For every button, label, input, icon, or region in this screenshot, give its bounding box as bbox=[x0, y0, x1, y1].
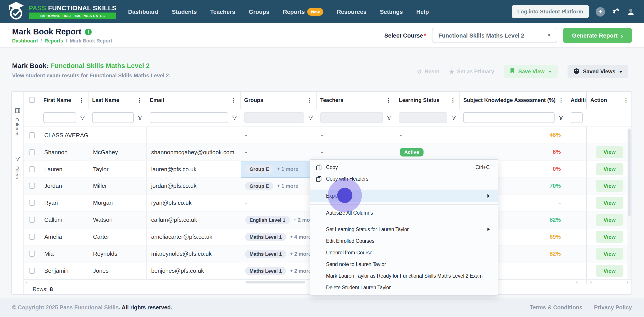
cell-first-name: Callum bbox=[40, 212, 88, 228]
user-profile-icon[interactable] bbox=[626, 8, 635, 16]
nav-item-teachers[interactable]: Teachers bbox=[210, 8, 235, 15]
nav-item-students[interactable]: Students bbox=[172, 8, 197, 15]
funnel-icon[interactable] bbox=[451, 115, 456, 120]
col-header-email[interactable]: Email⋮ bbox=[146, 92, 240, 109]
filter-input-ska[interactable] bbox=[463, 112, 554, 123]
col-header-teachers[interactable]: Teachers⋮ bbox=[317, 92, 395, 109]
scroll-right-icon[interactable]: ▸ bbox=[627, 280, 629, 284]
privacy-link[interactable]: Privacy Policy bbox=[594, 304, 632, 310]
breadcrumb-dashboard[interactable]: Dashboard bbox=[12, 38, 38, 43]
menu-item-autosize-all-columns[interactable]: Autosize All Columns bbox=[310, 207, 498, 219]
generate-report-button[interactable]: Generate Report › bbox=[563, 28, 632, 43]
brand-logo[interactable]: PASS FUNCTIONAL SKILLS IMPROVING FIRST T… bbox=[7, 1, 116, 22]
cell-groups-selected[interactable]: Group E+ 1 more bbox=[240, 161, 317, 177]
select-all-checkbox[interactable] bbox=[29, 97, 35, 103]
col-header-action[interactable]: Action⋮ bbox=[586, 92, 632, 109]
menu-item-mark-ready-for-exam[interactable]: Mark Lauren Taylor as Ready for Function… bbox=[310, 270, 498, 282]
column-menu-icon[interactable]: ⋮ bbox=[556, 97, 564, 104]
filter-input-first-name[interactable] bbox=[44, 112, 76, 123]
view-button[interactable]: View bbox=[596, 265, 624, 277]
menu-item-send-note[interactable]: Send note to Lauren Taylor bbox=[310, 258, 498, 270]
menu-item-unenrol-from-course[interactable]: Unenrol from Course bbox=[310, 247, 498, 258]
column-menu-icon[interactable]: ⋮ bbox=[76, 97, 84, 104]
funnel-icon[interactable] bbox=[232, 115, 237, 120]
row-checkbox[interactable] bbox=[29, 166, 35, 172]
vertical-scrollbar[interactable] bbox=[628, 128, 630, 279]
scroll-left-icon[interactable]: ◂ bbox=[590, 280, 592, 284]
row-checkbox[interactable] bbox=[29, 149, 35, 155]
column-menu-icon[interactable]: ⋮ bbox=[304, 97, 312, 104]
menu-item-edit-enrolled-courses[interactable]: Edit Enrolled Courses bbox=[310, 235, 498, 247]
view-button[interactable]: View bbox=[596, 214, 624, 226]
side-tab-filters[interactable]: Filters bbox=[15, 155, 20, 179]
app: PASS FUNCTIONAL SKILLS IMPROVING FIRST T… bbox=[0, 0, 644, 317]
view-button[interactable]: View bbox=[596, 163, 624, 175]
reset-button[interactable]: ↺Reset bbox=[417, 68, 439, 75]
login-student-platform-button[interactable]: Log into Student Platform bbox=[512, 5, 589, 18]
funnel-icon[interactable] bbox=[308, 115, 313, 120]
view-button[interactable]: View bbox=[596, 146, 624, 158]
column-menu-icon[interactable]: ⋮ bbox=[134, 97, 142, 104]
row-checkbox[interactable] bbox=[29, 183, 35, 189]
column-menu-icon[interactable]: ⋮ bbox=[448, 97, 456, 104]
filter-input-email[interactable] bbox=[150, 112, 228, 123]
nav-item-resources[interactable]: Resources bbox=[337, 8, 366, 15]
horizontal-scroll-thumb[interactable] bbox=[246, 281, 305, 284]
side-tab-columns[interactable]: Columns bbox=[15, 107, 20, 136]
rows-count-label: Rows: bbox=[33, 286, 48, 292]
col-header-last-name[interactable]: Last Name⋮ bbox=[88, 92, 146, 109]
view-button[interactable]: View bbox=[596, 248, 624, 260]
filter-input-learning-status[interactable] bbox=[399, 112, 447, 123]
nav-item-settings[interactable]: Settings bbox=[380, 8, 403, 15]
view-button[interactable]: View bbox=[596, 231, 624, 243]
info-icon[interactable]: i bbox=[85, 28, 92, 35]
scroll-right-icon[interactable]: ▸ bbox=[576, 280, 578, 284]
nav-item-groups[interactable]: Groups bbox=[249, 8, 269, 15]
column-menu-icon[interactable]: ⋮ bbox=[228, 97, 236, 104]
col-header-ska[interactable]: Subject Knowledge Assessment (%)⋮ bbox=[460, 92, 567, 109]
col-header-first-name[interactable]: First Name⋮ bbox=[40, 92, 88, 109]
menu-item-set-learning-status[interactable]: Set Learning Status for Lauren Taylor bbox=[310, 224, 498, 235]
filter-input-last-name[interactable] bbox=[92, 112, 134, 123]
funnel-icon[interactable] bbox=[80, 115, 85, 120]
funnel-icon[interactable] bbox=[387, 115, 392, 120]
column-menu-icon[interactable]: ⋮ bbox=[383, 97, 391, 104]
row-checkbox[interactable] bbox=[29, 217, 35, 223]
add-icon[interactable]: + bbox=[596, 7, 605, 16]
view-button[interactable]: View bbox=[596, 197, 624, 209]
saved-views-button[interactable]: Saved Views bbox=[567, 65, 628, 78]
scroll-left-icon[interactable]: ◂ bbox=[26, 280, 27, 284]
nav-item-dashboard[interactable]: Dashboard bbox=[128, 8, 158, 15]
nav-item-help[interactable]: Help bbox=[416, 8, 429, 15]
col-header-learning-status[interactable]: Learning Status⋮ bbox=[395, 92, 460, 109]
menu-item-copy-with-headers[interactable]: Copy with Headers bbox=[310, 173, 498, 185]
brand-text: PASS FUNCTIONAL SKILLS IMPROVING FIRST T… bbox=[28, 4, 116, 19]
row-checkbox[interactable] bbox=[29, 251, 35, 257]
row-checkbox[interactable] bbox=[29, 200, 35, 206]
row-checkbox[interactable] bbox=[29, 132, 35, 138]
menu-item-delete-student[interactable]: Delete Student Lauren Taylor bbox=[310, 282, 498, 293]
filter-input-additional[interactable] bbox=[571, 112, 583, 123]
view-button[interactable]: View bbox=[596, 180, 624, 192]
col-header-additional[interactable]: Additional bbox=[567, 92, 586, 109]
course-select[interactable]: Functional Skills Maths Level 2 ▼ bbox=[432, 28, 557, 43]
menu-item-copy[interactable]: Copy Ctrl+C bbox=[310, 162, 498, 173]
row-checkbox[interactable] bbox=[29, 268, 35, 274]
funnel-icon[interactable] bbox=[138, 115, 143, 120]
row-checkbox[interactable] bbox=[29, 234, 35, 240]
save-view-button[interactable]: Save View bbox=[504, 65, 558, 78]
column-menu-icon[interactable]: ⋮ bbox=[620, 97, 629, 104]
filter-input-teachers[interactable] bbox=[320, 112, 383, 123]
terms-link[interactable]: Terms & Conditions bbox=[530, 304, 582, 310]
cell-first-name: Jordan bbox=[40, 178, 88, 194]
col-header-groups[interactable]: Groups⋮ bbox=[240, 92, 317, 109]
filter-input-groups[interactable] bbox=[244, 112, 304, 123]
rocket-icon[interactable] bbox=[612, 8, 620, 16]
group-more-label: + 1 more bbox=[277, 183, 298, 189]
funnel-icon[interactable] bbox=[558, 115, 564, 120]
set-primary-button[interactable]: ★Set as Primary bbox=[449, 68, 494, 75]
vertical-scroll-thumb[interactable] bbox=[628, 129, 630, 216]
breadcrumb-reports[interactable]: Reports bbox=[44, 38, 63, 43]
menu-item-export[interactable]: Export bbox=[310, 190, 498, 202]
nav-item-reports[interactable]: ReportsNew bbox=[283, 8, 323, 16]
